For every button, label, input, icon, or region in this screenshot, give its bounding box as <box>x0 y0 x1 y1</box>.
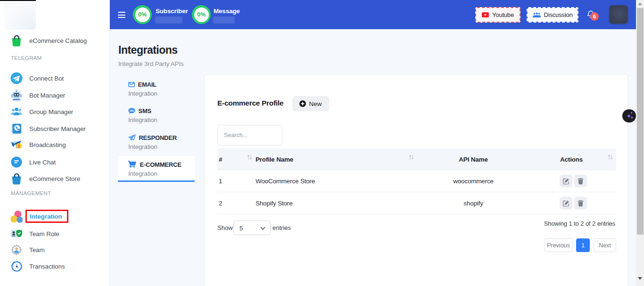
svg-text:SMS: SMS <box>130 110 134 112</box>
svg-text:1: 1 <box>17 144 20 148</box>
